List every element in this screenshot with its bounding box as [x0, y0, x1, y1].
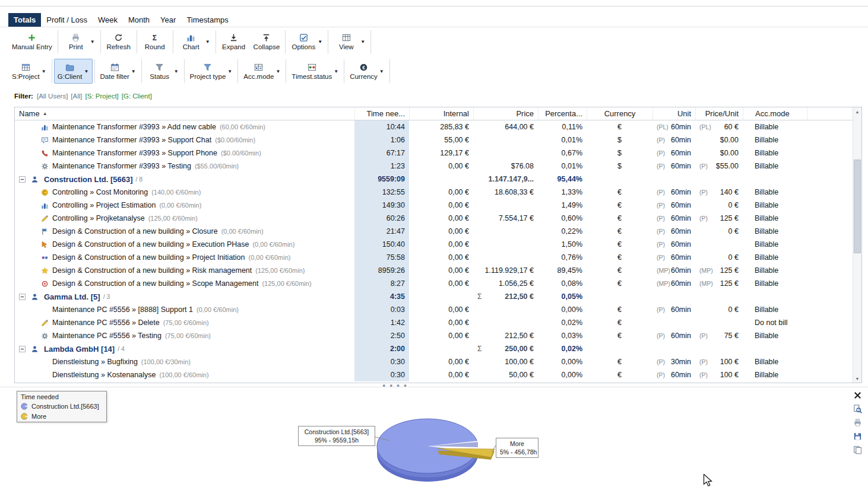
task-row[interactable]: Maintenance Transformer #3993 » Add new … — [15, 120, 853, 133]
expand-button[interactable]: Expand — [218, 30, 250, 54]
scroll-down-arrow[interactable]: ▼ — [853, 374, 861, 383]
acc-mode-label: Acc.mode — [243, 73, 274, 80]
internal-cell: 0,00 € — [409, 303, 473, 316]
print-button[interactable]: Print▼ — [60, 30, 99, 54]
task-row[interactable]: Controlling » Projketanalyse(125,00 €/60… — [15, 212, 853, 225]
column-header-time-nee[interactable]: Time nee... — [354, 107, 409, 120]
scroll-up-arrow[interactable]: ▲ — [853, 107, 861, 116]
dropdown-arrow-icon[interactable]: ▼ — [205, 39, 210, 44]
copy-icon[interactable] — [853, 445, 863, 455]
toolbar-separator — [216, 30, 216, 53]
tab-timestamps[interactable]: Timestamps — [181, 13, 233, 27]
task-row[interactable]: Controlling » Project Estimation(0,00 €/… — [15, 199, 853, 212]
task-row[interactable]: Dienstleistung » Kostenanalyse(100,00 €/… — [15, 368, 853, 381]
price-cell — [473, 303, 538, 316]
person-icon — [30, 293, 39, 301]
zoom-doc-icon[interactable] — [853, 404, 863, 414]
g-client-button[interactable]: G:Client▼ — [54, 59, 93, 84]
dropdown-arrow-icon[interactable]: ▼ — [379, 69, 384, 74]
group-row-lambda-gmbh-14[interactable]: Lambda GmbH [14]/ 42:00Σ250,00 €0,02% — [15, 342, 853, 355]
dropdown-arrow-icon[interactable]: ▼ — [318, 39, 322, 44]
legend-pie-icon — [21, 413, 28, 420]
currency-button[interactable]: €Currency▼ — [346, 59, 388, 84]
task-name: Design & Construction of a new building … — [52, 253, 245, 262]
group-row-gamma-ltd-5[interactable]: Gamma Ltd. [5]/ 34:35Σ212,50 €0,05% — [15, 290, 853, 303]
column-header-price-unit[interactable]: Price/Unit — [695, 107, 743, 120]
group-row-construction-ltd-5663[interactable]: Construction Ltd. [5663]/ 89559:091.147.… — [15, 173, 853, 186]
column-header-currency[interactable]: Currency — [587, 107, 652, 120]
save-icon[interactable] — [853, 431, 863, 441]
unit-cell: (P)60min — [652, 199, 695, 212]
name-cell: Design & Construction of a new building … — [15, 238, 354, 251]
internal-cell: 0,00 € — [409, 160, 473, 173]
task-row[interactable]: Maintenance Transformer #3993 » Support … — [15, 147, 853, 160]
options-button[interactable]: Options▼ — [287, 30, 326, 54]
print-icon[interactable] — [853, 418, 863, 428]
column-header-label: Currency — [604, 109, 636, 118]
accmode-cell: Billable — [743, 368, 807, 381]
view-button[interactable]: View▼ — [330, 30, 369, 54]
refresh-button[interactable]: Refresh — [103, 30, 135, 54]
column-header-unit[interactable]: Unit — [652, 107, 695, 120]
tab-profit-loss[interactable]: Profit / Loss — [41, 13, 93, 27]
dropdown-arrow-icon[interactable]: ▼ — [360, 39, 365, 44]
task-name: Design & Construction of a new building … — [52, 227, 218, 235]
collapse-button[interactable]: Collapse — [250, 30, 284, 54]
tab-totals[interactable]: Totals — [8, 13, 41, 27]
task-row[interactable]: Design & Construction of a new building … — [15, 251, 853, 264]
task-row[interactable]: Design & Construction of a new building … — [15, 264, 853, 277]
project-type-button[interactable]: Project type▼ — [186, 59, 236, 84]
internal-cell — [409, 173, 473, 186]
dropdown-arrow-icon[interactable]: ▼ — [42, 69, 46, 74]
toolbar-separator — [344, 59, 344, 83]
task-row[interactable]: Design & Construction of a new building … — [15, 277, 853, 290]
date-filter-button[interactable]: Date filter▼ — [97, 59, 140, 84]
task-row[interactable]: Maintenance PC #5556 » [8888] Support 1(… — [15, 303, 853, 316]
dropdown-arrow-icon[interactable]: ▼ — [84, 69, 89, 74]
tab-week[interactable]: Week — [93, 13, 123, 27]
task-row[interactable]: Maintenance Transformer #3993 » Support … — [15, 133, 853, 147]
close-icon[interactable] — [853, 390, 863, 400]
column-header-name[interactable]: Name▲ — [15, 107, 354, 120]
task-row[interactable]: Design & Construction of a new building … — [15, 225, 853, 238]
task-row[interactable]: Controlling » Cost Monitoring(140,00 €/6… — [15, 186, 853, 199]
s-project-button[interactable]: S:Project▼ — [8, 59, 50, 84]
column-header-price[interactable]: Price — [473, 107, 538, 120]
name-cell: Controlling » Project Estimation(0,00 €/… — [15, 199, 354, 212]
price-cell: 100,00 € — [473, 355, 538, 368]
chart-button[interactable]: Chart▼ — [175, 30, 214, 54]
pie-chart-graphic[interactable] — [0, 387, 868, 503]
dropdown-arrow-icon[interactable]: ▼ — [174, 69, 179, 74]
dropdown-arrow-icon[interactable]: ▼ — [131, 69, 136, 74]
vertical-scrollbar[interactable]: ▲ ▼ — [853, 107, 861, 383]
status-button[interactable]: Status▼ — [144, 59, 182, 84]
acc-mode-button[interactable]: Acc.mode▼ — [240, 59, 284, 84]
tab-underline — [0, 27, 868, 27]
tab-month[interactable]: Month — [123, 13, 155, 27]
task-row[interactable]: Maintenance PC #5556 » Testing(75,00 €/6… — [15, 329, 853, 342]
task-row[interactable]: Design & Construction of a new building … — [15, 238, 853, 251]
internal-cell: 0,00 € — [409, 186, 473, 199]
dropdown-arrow-icon[interactable]: ▼ — [275, 69, 280, 74]
percent-cell: 89,45% — [538, 264, 587, 277]
column-header-acc-mode[interactable]: Acc.mode — [743, 107, 807, 120]
task-row[interactable]: Maintenance Transformer #3993 » Testing(… — [15, 160, 853, 173]
column-header-percenta[interactable]: Percenta... — [538, 107, 587, 120]
toolbar-separator — [184, 59, 185, 83]
price-cell: 1.147.147,9... — [473, 173, 538, 186]
dropdown-arrow-icon[interactable]: ▼ — [90, 39, 95, 44]
accmode-icon — [254, 63, 263, 72]
task-row[interactable]: Maintenance PC #5556 » Delete(75,00 €/60… — [15, 316, 853, 329]
round-button[interactable]: ΣRound — [139, 30, 171, 54]
tab-year[interactable]: Year — [155, 13, 181, 27]
task-row[interactable]: Dienstleistung » Bugfixing(100,00 €/30mi… — [15, 355, 853, 368]
manual-entry-button[interactable]: Manual Entry — [8, 30, 56, 54]
timest-status-button[interactable]: Timest.status▼ — [288, 59, 342, 84]
filter-segment: [G: Client] — [122, 93, 152, 100]
price-cell: 1.119.929,17 € — [473, 264, 538, 277]
pencil-icon — [40, 319, 49, 327]
scrollbar-thumb[interactable] — [854, 160, 861, 253]
column-header-internal[interactable]: Internal — [409, 107, 473, 120]
dropdown-arrow-icon[interactable]: ▼ — [334, 69, 338, 74]
dropdown-arrow-icon[interactable]: ▼ — [227, 69, 232, 74]
